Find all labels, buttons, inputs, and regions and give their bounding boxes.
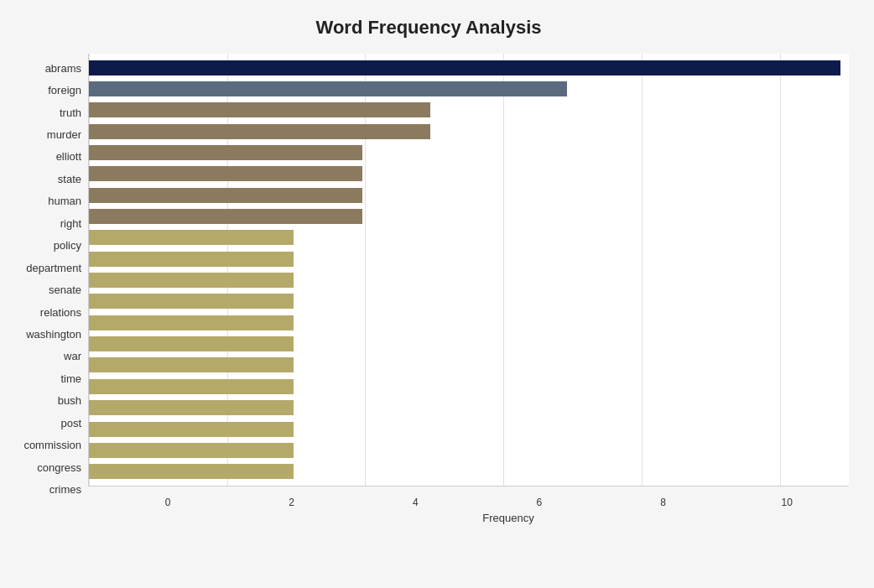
y-axis: abramsforeigntruthmurderelliottstatehuma… (8, 54, 88, 524)
bar-department (89, 252, 294, 267)
bottom-section: 0246810 Frequency (168, 487, 849, 524)
x-tick-4: 4 (413, 497, 419, 508)
y-label-abrams: abrams (45, 63, 81, 74)
bar-row-human (89, 186, 840, 205)
bar-row-washington (89, 314, 840, 332)
chart-container: Word Frequency Analysis abramsforeigntru… (0, 0, 874, 588)
bars-area (89, 54, 849, 486)
bar-row-foreign (89, 80, 840, 98)
bar-row-policy (89, 228, 840, 247)
x-axis: 0246810 (168, 487, 849, 510)
plot-area (88, 54, 849, 487)
y-label-crimes: crimes (49, 484, 81, 495)
bar-row-war (89, 335, 840, 353)
bar-row-time (89, 356, 840, 374)
bar-murder (89, 124, 430, 139)
x-tick-6: 6 (537, 497, 543, 508)
bar-row-murder (89, 122, 840, 141)
bar-bush (89, 379, 294, 394)
y-label-congress: congress (37, 462, 81, 473)
y-label-department: department (26, 263, 81, 273)
bar-row-commission (89, 420, 840, 439)
bar-congress (89, 443, 294, 458)
bar-row-bush (89, 377, 840, 396)
bar-row-elliott (89, 143, 840, 162)
bar-crimes (89, 464, 294, 479)
y-label-commission: commission (23, 440, 81, 450)
bar-relations (89, 294, 294, 309)
bar-post (89, 400, 294, 415)
y-label-bush: bush (58, 395, 81, 406)
bar-row-truth (89, 101, 840, 119)
y-label-state: state (58, 174, 81, 185)
bar-state (89, 166, 362, 181)
bar-row-department (89, 250, 840, 268)
y-label-time: time (60, 373, 81, 384)
bar-row-abrams (89, 59, 840, 77)
y-label-policy: policy (54, 240, 81, 251)
y-label-human: human (48, 195, 81, 206)
bar-row-crimes (89, 462, 840, 481)
bar-truth (89, 102, 430, 117)
y-label-post: post (60, 418, 81, 429)
bar-elliott (89, 145, 362, 160)
bar-commission (89, 422, 294, 437)
x-axis-label: Frequency (168, 512, 849, 524)
bar-row-relations (89, 292, 840, 310)
y-label-relations: relations (40, 307, 81, 318)
bar-row-state (89, 164, 840, 183)
bar-row-post (89, 398, 840, 417)
bar-time (89, 357, 294, 372)
bar-row-congress (89, 441, 840, 460)
y-label-washington: washington (26, 329, 81, 340)
x-tick-2: 2 (289, 497, 294, 508)
y-label-truth: truth (60, 107, 81, 118)
x-tick-0: 0 (165, 497, 171, 508)
chart-area: abramsforeigntruthmurderelliottstatehuma… (8, 54, 849, 524)
y-label-war: war (64, 351, 81, 362)
bar-washington (89, 315, 294, 330)
bar-row-right (89, 207, 840, 226)
y-label-murder: murder (47, 129, 81, 140)
y-label-senate: senate (49, 284, 81, 295)
bar-policy (89, 230, 294, 245)
bar-foreign (89, 81, 567, 96)
bar-war (89, 336, 294, 351)
y-label-elliott: elliott (56, 151, 81, 162)
bar-human (89, 188, 362, 203)
bar-abrams (89, 60, 840, 75)
x-tick-10: 10 (781, 497, 792, 508)
bar-right (89, 209, 362, 224)
bar-senate (89, 273, 294, 288)
chart-title: Word Frequency Analysis (8, 17, 849, 39)
y-label-right: right (60, 218, 81, 229)
bar-row-senate (89, 271, 840, 289)
x-tick-8: 8 (660, 497, 666, 508)
y-label-foreign: foreign (48, 85, 81, 96)
